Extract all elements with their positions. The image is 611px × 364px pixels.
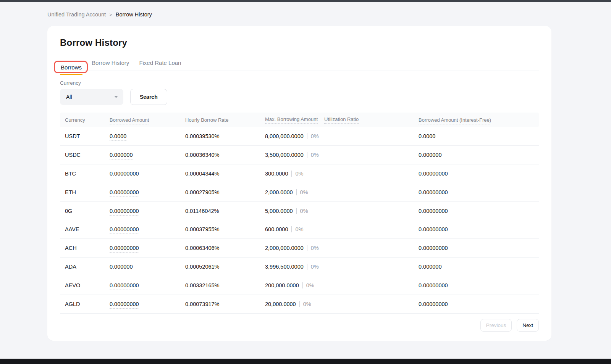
cell-hourly-borrow-rate: 0.00027905%	[185, 189, 265, 195]
table-header-row: Currency Borrowed Amount Hourly Borrow R…	[60, 113, 539, 127]
cell-interest-free: 0.00000000	[419, 245, 539, 251]
chevron-down-icon	[114, 96, 118, 98]
cell-hourly-borrow-rate: 0.00037955%	[185, 226, 265, 232]
cell-currency: BTC	[65, 171, 110, 177]
cell-pipe-divider	[307, 245, 307, 251]
cell-borrowed-amount: 0.00000000	[110, 282, 185, 288]
cell-currency: AAVE	[65, 226, 110, 232]
cell-max-borrowing-utilization: 8,000,000.0000 0%	[265, 133, 419, 139]
header-hourly-borrow-rate: Hourly Borrow Rate	[185, 117, 265, 123]
table-row: USDC 0.000000 0.00036340% 3,500,000.0000…	[60, 146, 539, 164]
table-body: USDT 0.0000 0.00039530% 8,000,000.0000 0…	[60, 127, 539, 314]
tab-borrows[interactable]: Borrows	[60, 62, 82, 75]
cell-pipe-divider	[307, 264, 307, 270]
cell-max-borrowing-utilization: 300.0000 0%	[265, 171, 419, 177]
tab-borrows-wrapper: Borrows	[60, 64, 82, 71]
tab-bar: Borrows Borrow History Fixed Rate Loan	[60, 57, 539, 71]
cell-interest-free: 0.000000	[419, 152, 539, 158]
cell-currency: USDT	[65, 133, 110, 139]
cell-currency: ACH	[65, 245, 110, 251]
cell-max-borrowing-utilization: 2,000,000.0000 0%	[265, 245, 419, 251]
table-row: ACH 0.00000000 0.00063406% 2,000,000.000…	[60, 239, 539, 258]
cell-currency: AGLD	[65, 301, 110, 307]
cell-interest-free: 0.00000000	[419, 208, 539, 214]
cell-interest-free: 0.000000	[419, 264, 539, 270]
borrow-history-panel: Borrow History Borrows Borrow History Fi…	[47, 26, 551, 341]
table-row: USDT 0.0000 0.00039530% 8,000,000.0000 0…	[60, 127, 539, 146]
cell-pipe-divider	[302, 282, 303, 288]
cell-borrowed-amount: 0.000000	[110, 264, 185, 270]
pagination: Previous Next	[480, 319, 539, 332]
cell-pipe-divider	[307, 152, 307, 158]
table-row: AEVO 0.00000000 0.00332165% 200,000.0000…	[60, 276, 539, 295]
cell-currency: AEVO	[65, 282, 110, 288]
table-row: ADA 0.000000 0.00052061% 3,996,500.0000 …	[60, 258, 539, 276]
cell-max-borrowing-utilization: 5,000.0000 0%	[265, 208, 419, 214]
previous-page-button[interactable]: Previous	[480, 319, 512, 332]
cell-interest-free: 0.00000000	[419, 282, 539, 288]
browser-top-edge	[0, 0, 611, 2]
tab-fixed-rate-loan[interactable]: Fixed Rate Loan	[138, 57, 182, 71]
header-max-borrowing-utilization[interactable]: Max. Borrowing Amount Utilization Ratio	[265, 116, 419, 124]
cell-hourly-borrow-rate: 0.00036340%	[185, 152, 265, 158]
breadcrumb-separator-icon: >	[109, 12, 112, 18]
cell-borrowed-amount: 0.00000000	[110, 208, 185, 214]
cell-interest-free: 0.0000	[419, 133, 539, 139]
cell-currency: ADA	[65, 264, 110, 270]
header-currency: Currency	[65, 117, 110, 123]
cell-hourly-borrow-rate: 0.00332165%	[185, 282, 265, 288]
tab-borrow-history[interactable]: Borrow History	[91, 57, 130, 71]
search-button[interactable]: Search	[130, 89, 167, 105]
breadcrumb-unified-trading-account[interactable]: Unified Trading Account	[47, 11, 106, 18]
cell-hourly-borrow-rate: 0.00004344%	[185, 171, 265, 177]
table-row: AAVE 0.00000000 0.00037955% 600.0000 0% …	[60, 220, 539, 239]
cell-max-borrowing-utilization: 20,000.0000 0%	[265, 301, 419, 307]
borrows-table: Currency Borrowed Amount Hourly Borrow R…	[60, 113, 539, 314]
cell-borrowed-amount: 0.00000000	[110, 189, 185, 195]
cell-hourly-borrow-rate: 0.00052061%	[185, 264, 265, 270]
header-pipe-divider	[321, 118, 321, 122]
cell-hourly-borrow-rate: 0.00039530%	[185, 133, 265, 139]
cell-currency: USDC	[65, 152, 110, 158]
browser-bottom-edge	[0, 359, 611, 364]
cell-borrowed-amount: 0.00000000	[110, 301, 185, 307]
table-row: AGLD 0.00000000 0.00073917% 20,000.0000 …	[60, 295, 539, 314]
cell-interest-free: 0.00000000	[419, 189, 539, 195]
table-row: 0G 0.00000000 0.01146042% 5,000.0000 0% …	[60, 202, 539, 221]
table-row: ETH 0.00000000 0.00027905% 2,000.0000 0%…	[60, 183, 539, 202]
cell-pipe-divider	[291, 171, 292, 177]
cell-currency: 0G	[65, 208, 110, 214]
header-borrowed-amount[interactable]: Borrowed Amount	[110, 117, 185, 123]
next-page-button[interactable]: Next	[517, 319, 539, 332]
cell-borrowed-amount: 0.00000000	[110, 171, 185, 177]
filter-section: Currency All Search	[60, 80, 539, 105]
cell-max-borrowing-utilization: 600.0000 0%	[265, 226, 419, 232]
currency-select[interactable]: All	[60, 89, 123, 105]
currency-filter-label: Currency	[60, 80, 539, 86]
cell-max-borrowing-utilization: 200,000.0000 0%	[265, 282, 419, 288]
cell-max-borrowing-utilization: 3,500,000.0000 0%	[265, 152, 419, 158]
cell-interest-free: 0.00000000	[419, 226, 539, 232]
page-title: Borrow History	[60, 37, 539, 48]
cell-currency: ETH	[65, 189, 110, 195]
cell-pipe-divider	[296, 189, 297, 195]
header-interest-free[interactable]: Borrowed Amount (Interest-Free)	[419, 117, 539, 123]
cell-hourly-borrow-rate: 0.00063406%	[185, 245, 265, 251]
cell-interest-free: 0.00000000	[419, 171, 539, 177]
cell-borrowed-amount: 0.00000000	[110, 226, 185, 232]
cell-interest-free: 0.00000000	[419, 301, 539, 307]
cell-max-borrowing-utilization: 2,000.0000 0%	[265, 189, 419, 195]
cell-pipe-divider	[299, 301, 300, 307]
cell-pipe-divider	[296, 208, 297, 214]
cell-hourly-borrow-rate: 0.00073917%	[185, 301, 265, 307]
cell-borrowed-amount: 0.00000000	[110, 245, 185, 251]
cell-max-borrowing-utilization: 3,996,500.0000 0%	[265, 264, 419, 270]
currency-select-value: All	[66, 94, 72, 100]
cell-hourly-borrow-rate: 0.01146042%	[185, 208, 265, 214]
cell-pipe-divider	[291, 226, 292, 232]
breadcrumb: Unified Trading Account > Borrow History	[47, 11, 611, 18]
cell-borrowed-amount: 0.000000	[110, 152, 185, 158]
cell-pipe-divider	[307, 133, 307, 139]
breadcrumb-borrow-history: Borrow History	[116, 11, 152, 18]
cell-borrowed-amount: 0.0000	[110, 133, 185, 139]
